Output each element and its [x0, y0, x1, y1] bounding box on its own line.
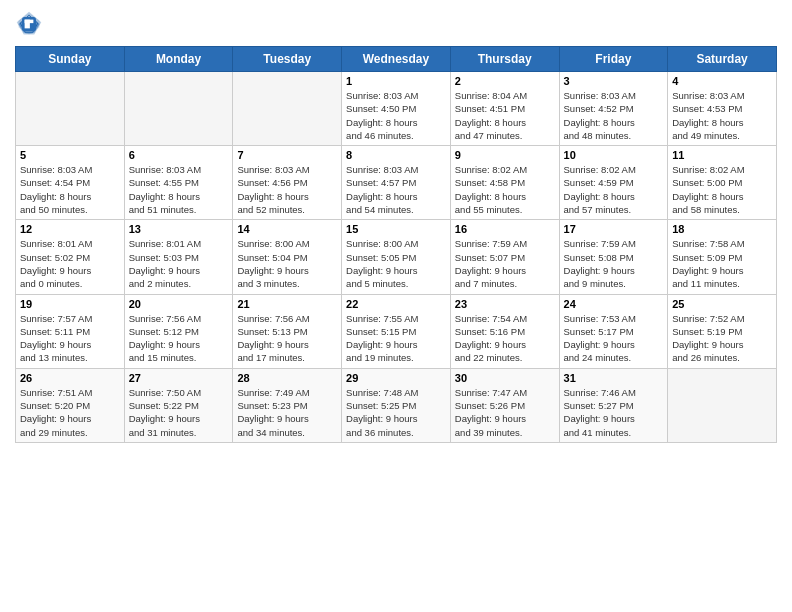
- day-info: Sunrise: 7:46 AM Sunset: 5:27 PM Dayligh…: [564, 386, 664, 439]
- day-number: 28: [237, 372, 337, 384]
- day-number: 3: [564, 75, 664, 87]
- day-number: 31: [564, 372, 664, 384]
- day-number: 15: [346, 223, 446, 235]
- calendar-cell: 26Sunrise: 7:51 AM Sunset: 5:20 PM Dayli…: [16, 368, 125, 442]
- day-info: Sunrise: 8:00 AM Sunset: 5:04 PM Dayligh…: [237, 237, 337, 290]
- calendar-cell: 30Sunrise: 7:47 AM Sunset: 5:26 PM Dayli…: [450, 368, 559, 442]
- day-info: Sunrise: 7:59 AM Sunset: 5:08 PM Dayligh…: [564, 237, 664, 290]
- calendar-week-4: 19Sunrise: 7:57 AM Sunset: 5:11 PM Dayli…: [16, 294, 777, 368]
- day-number: 23: [455, 298, 555, 310]
- day-info: Sunrise: 7:59 AM Sunset: 5:07 PM Dayligh…: [455, 237, 555, 290]
- calendar-cell: 7Sunrise: 8:03 AM Sunset: 4:56 PM Daylig…: [233, 146, 342, 220]
- main-container: SundayMondayTuesdayWednesdayThursdayFrid…: [0, 0, 792, 453]
- weekday-friday: Friday: [559, 47, 668, 72]
- svg-rect-5: [25, 20, 34, 24]
- calendar-cell: 16Sunrise: 7:59 AM Sunset: 5:07 PM Dayli…: [450, 220, 559, 294]
- weekday-wednesday: Wednesday: [342, 47, 451, 72]
- calendar-cell: 12Sunrise: 8:01 AM Sunset: 5:02 PM Dayli…: [16, 220, 125, 294]
- day-number: 2: [455, 75, 555, 87]
- calendar-cell: 23Sunrise: 7:54 AM Sunset: 5:16 PM Dayli…: [450, 294, 559, 368]
- weekday-sunday: Sunday: [16, 47, 125, 72]
- calendar-week-2: 5Sunrise: 8:03 AM Sunset: 4:54 PM Daylig…: [16, 146, 777, 220]
- day-info: Sunrise: 7:48 AM Sunset: 5:25 PM Dayligh…: [346, 386, 446, 439]
- weekday-monday: Monday: [124, 47, 233, 72]
- day-info: Sunrise: 8:03 AM Sunset: 4:54 PM Dayligh…: [20, 163, 120, 216]
- weekday-tuesday: Tuesday: [233, 47, 342, 72]
- calendar-cell: [668, 368, 777, 442]
- calendar-week-3: 12Sunrise: 8:01 AM Sunset: 5:02 PM Dayli…: [16, 220, 777, 294]
- day-info: Sunrise: 7:51 AM Sunset: 5:20 PM Dayligh…: [20, 386, 120, 439]
- day-number: 6: [129, 149, 229, 161]
- day-info: Sunrise: 8:03 AM Sunset: 4:56 PM Dayligh…: [237, 163, 337, 216]
- calendar-cell: 3Sunrise: 8:03 AM Sunset: 4:52 PM Daylig…: [559, 72, 668, 146]
- calendar-cell: 22Sunrise: 7:55 AM Sunset: 5:15 PM Dayli…: [342, 294, 451, 368]
- calendar-cell: 4Sunrise: 8:03 AM Sunset: 4:53 PM Daylig…: [668, 72, 777, 146]
- day-info: Sunrise: 7:47 AM Sunset: 5:26 PM Dayligh…: [455, 386, 555, 439]
- day-number: 7: [237, 149, 337, 161]
- day-info: Sunrise: 8:01 AM Sunset: 5:03 PM Dayligh…: [129, 237, 229, 290]
- day-number: 12: [20, 223, 120, 235]
- day-info: Sunrise: 7:57 AM Sunset: 5:11 PM Dayligh…: [20, 312, 120, 365]
- day-number: 1: [346, 75, 446, 87]
- weekday-thursday: Thursday: [450, 47, 559, 72]
- calendar-cell: 28Sunrise: 7:49 AM Sunset: 5:23 PM Dayli…: [233, 368, 342, 442]
- day-info: Sunrise: 8:03 AM Sunset: 4:57 PM Dayligh…: [346, 163, 446, 216]
- calendar-cell: 25Sunrise: 7:52 AM Sunset: 5:19 PM Dayli…: [668, 294, 777, 368]
- day-number: 13: [129, 223, 229, 235]
- calendar-cell: 6Sunrise: 8:03 AM Sunset: 4:55 PM Daylig…: [124, 146, 233, 220]
- day-info: Sunrise: 8:00 AM Sunset: 5:05 PM Dayligh…: [346, 237, 446, 290]
- calendar-cell: 15Sunrise: 8:00 AM Sunset: 5:05 PM Dayli…: [342, 220, 451, 294]
- day-number: 19: [20, 298, 120, 310]
- day-info: Sunrise: 8:04 AM Sunset: 4:51 PM Dayligh…: [455, 89, 555, 142]
- calendar-cell: 21Sunrise: 7:56 AM Sunset: 5:13 PM Dayli…: [233, 294, 342, 368]
- day-number: 20: [129, 298, 229, 310]
- day-info: Sunrise: 7:53 AM Sunset: 5:17 PM Dayligh…: [564, 312, 664, 365]
- day-number: 18: [672, 223, 772, 235]
- day-info: Sunrise: 8:03 AM Sunset: 4:55 PM Dayligh…: [129, 163, 229, 216]
- calendar-cell: 8Sunrise: 8:03 AM Sunset: 4:57 PM Daylig…: [342, 146, 451, 220]
- calendar-cell: 11Sunrise: 8:02 AM Sunset: 5:00 PM Dayli…: [668, 146, 777, 220]
- calendar-cell: 14Sunrise: 8:00 AM Sunset: 5:04 PM Dayli…: [233, 220, 342, 294]
- day-number: 9: [455, 149, 555, 161]
- day-number: 25: [672, 298, 772, 310]
- day-number: 16: [455, 223, 555, 235]
- calendar-cell: 31Sunrise: 7:46 AM Sunset: 5:27 PM Dayli…: [559, 368, 668, 442]
- calendar-cell: 19Sunrise: 7:57 AM Sunset: 5:11 PM Dayli…: [16, 294, 125, 368]
- header: [15, 10, 777, 38]
- calendar-cell: [124, 72, 233, 146]
- calendar-cell: 18Sunrise: 7:58 AM Sunset: 5:09 PM Dayli…: [668, 220, 777, 294]
- day-info: Sunrise: 8:03 AM Sunset: 4:53 PM Dayligh…: [672, 89, 772, 142]
- logo-icon: [15, 10, 43, 38]
- day-info: Sunrise: 8:02 AM Sunset: 4:59 PM Dayligh…: [564, 163, 664, 216]
- day-number: 11: [672, 149, 772, 161]
- day-info: Sunrise: 8:03 AM Sunset: 4:52 PM Dayligh…: [564, 89, 664, 142]
- calendar-cell: 20Sunrise: 7:56 AM Sunset: 5:12 PM Dayli…: [124, 294, 233, 368]
- calendar-cell: 13Sunrise: 8:01 AM Sunset: 5:03 PM Dayli…: [124, 220, 233, 294]
- day-info: Sunrise: 7:50 AM Sunset: 5:22 PM Dayligh…: [129, 386, 229, 439]
- day-info: Sunrise: 8:03 AM Sunset: 4:50 PM Dayligh…: [346, 89, 446, 142]
- day-info: Sunrise: 8:02 AM Sunset: 5:00 PM Dayligh…: [672, 163, 772, 216]
- day-number: 30: [455, 372, 555, 384]
- calendar-cell: 10Sunrise: 8:02 AM Sunset: 4:59 PM Dayli…: [559, 146, 668, 220]
- calendar-cell: 2Sunrise: 8:04 AM Sunset: 4:51 PM Daylig…: [450, 72, 559, 146]
- calendar-cell: 5Sunrise: 8:03 AM Sunset: 4:54 PM Daylig…: [16, 146, 125, 220]
- day-number: 14: [237, 223, 337, 235]
- day-number: 17: [564, 223, 664, 235]
- day-info: Sunrise: 7:55 AM Sunset: 5:15 PM Dayligh…: [346, 312, 446, 365]
- day-number: 4: [672, 75, 772, 87]
- day-number: 27: [129, 372, 229, 384]
- calendar-cell: 29Sunrise: 7:48 AM Sunset: 5:25 PM Dayli…: [342, 368, 451, 442]
- day-info: Sunrise: 8:01 AM Sunset: 5:02 PM Dayligh…: [20, 237, 120, 290]
- calendar-cell: [233, 72, 342, 146]
- day-number: 22: [346, 298, 446, 310]
- day-number: 5: [20, 149, 120, 161]
- day-info: Sunrise: 7:52 AM Sunset: 5:19 PM Dayligh…: [672, 312, 772, 365]
- day-number: 26: [20, 372, 120, 384]
- calendar-cell: [16, 72, 125, 146]
- day-number: 29: [346, 372, 446, 384]
- day-info: Sunrise: 7:49 AM Sunset: 5:23 PM Dayligh…: [237, 386, 337, 439]
- day-number: 24: [564, 298, 664, 310]
- day-info: Sunrise: 8:02 AM Sunset: 4:58 PM Dayligh…: [455, 163, 555, 216]
- calendar-week-1: 1Sunrise: 8:03 AM Sunset: 4:50 PM Daylig…: [16, 72, 777, 146]
- calendar-cell: 1Sunrise: 8:03 AM Sunset: 4:50 PM Daylig…: [342, 72, 451, 146]
